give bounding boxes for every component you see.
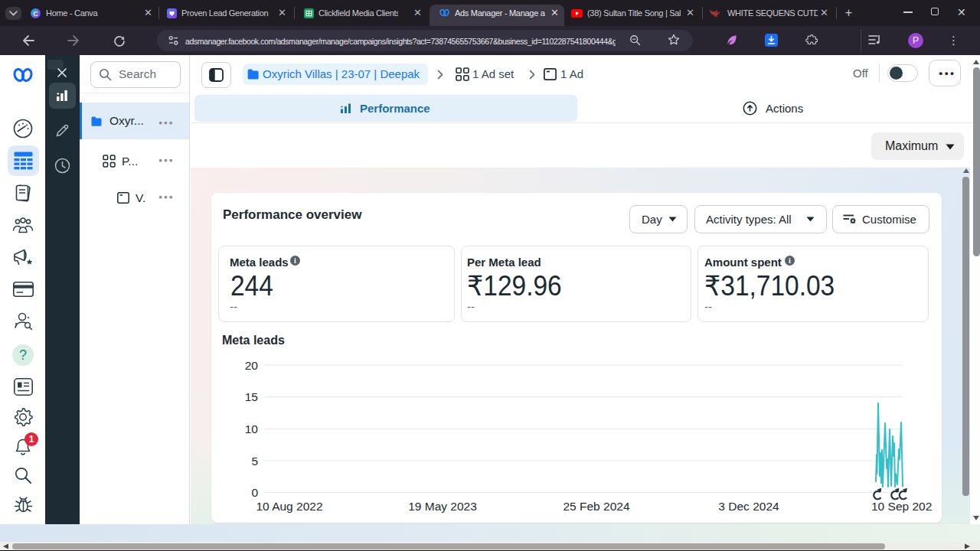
svg-text:10 Aug 2022: 10 Aug 2022 [256,500,322,513]
svg-text:19 May 2023: 19 May 2023 [408,500,477,513]
svg-text:10: 10 [245,422,259,435]
svg-text:25 Feb 2024: 25 Feb 2024 [563,500,629,513]
svg-text:0: 0 [251,486,258,499]
svg-text:5: 5 [251,455,258,468]
svg-text:C: C [33,10,38,18]
svg-text:3 Dec 2024: 3 Dec 2024 [718,500,779,513]
svg-text:10 Sep 202: 10 Sep 202 [871,500,932,513]
svg-text:20: 20 [245,359,259,372]
svg-text:15: 15 [245,390,258,403]
